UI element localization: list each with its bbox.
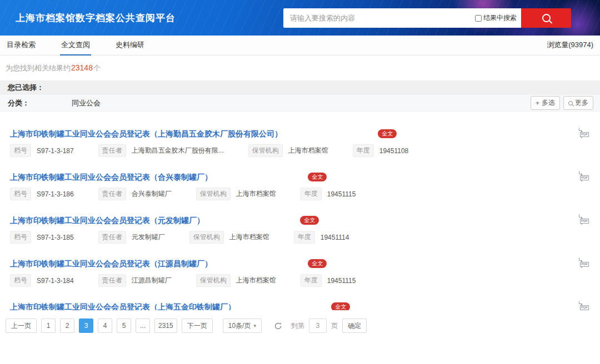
- category-value[interactable]: 同业公会: [72, 98, 101, 108]
- result-title-link[interactable]: 上海市印铁制罐工业同业公会会员登记表（合兴泰制罐厂）: [10, 173, 212, 181]
- result-item: 上海市印铁制罐工业同业公会会员登记表（上海勤昌五金胶木厂股份有限公司） 全文 P…: [10, 128, 600, 157]
- results-list: 上海市印铁制罐工业同业公会会员登记表（上海勤昌五金胶木厂股份有限公司） 全文 P…: [0, 128, 600, 310]
- archive-no-value: S97-1-3-186: [37, 190, 74, 198]
- custodian-value: 上海市档案馆: [229, 232, 269, 242]
- fulltext-badge: 全文: [378, 129, 397, 138]
- multi-select-button[interactable]: +多选: [531, 96, 560, 110]
- page-button-5[interactable]: 5: [117, 318, 131, 333]
- pdf-icon[interactable]: PDF: [581, 128, 582, 138]
- fulltext-badge: 全文: [308, 259, 327, 268]
- page-button-4[interactable]: 4: [98, 318, 112, 333]
- meta-label: 档号: [10, 144, 31, 157]
- summary-prefix: 为您找到相关结果约: [6, 64, 71, 72]
- pdf-label: PDF: [580, 219, 589, 224]
- category-filter-row: 分类： 同业公会 +多选 更多: [0, 95, 600, 112]
- pdf-icon[interactable]: PDF: [581, 258, 582, 268]
- refresh-icon[interactable]: [274, 322, 282, 330]
- meta-label: 档号: [10, 188, 31, 200]
- meta-label: 保管机构: [196, 274, 231, 287]
- page-size-value: 10条/页: [228, 321, 251, 331]
- meta-label: 年度: [301, 188, 322, 200]
- result-head: 上海市印铁制罐工业同业公会会员登记表（上海五金印铁制罐厂） 全文 PDF: [10, 301, 600, 310]
- archive-no-value: S97-1-3-185: [37, 234, 74, 241]
- meta-label: 档号: [10, 231, 31, 244]
- fulltext-badge: 全文: [300, 216, 319, 225]
- tab-fulltext-search[interactable]: 全文查阅: [60, 35, 91, 55]
- tab-historical-materials[interactable]: 史料编研: [114, 35, 146, 55]
- year-value: 19451114: [321, 234, 349, 241]
- tab-catalog-search[interactable]: 目录检索: [6, 35, 37, 55]
- search-box: 结果中搜索: [283, 8, 521, 28]
- result-item: 上海市印铁制罐工业同业公会会员登记表（江源昌制罐厂） 全文 PDF 档号S97-…: [10, 258, 600, 287]
- author-value: 元发制罐厂: [132, 232, 165, 242]
- result-title-link[interactable]: 上海市印铁制罐工业同业公会会员登记表（上海五金印铁制罐厂）: [10, 302, 236, 310]
- search-in-results-label: 结果中搜索: [483, 13, 517, 23]
- result-meta: 档号S97-1-3-185 责任者元发制罐厂 保管机构上海市档案馆 年度1945…: [10, 231, 600, 244]
- result-title-link[interactable]: 上海市印铁制罐工业同业公会会员登记表（上海勤昌五金胶木厂股份有限公司）: [10, 129, 282, 138]
- meta-label: 保管机构: [196, 188, 231, 200]
- chevron-down-icon: ▾: [253, 323, 256, 328]
- next-page-button[interactable]: 下一页: [182, 318, 213, 333]
- result-head: 上海市印铁制罐工业同业公会会员登记表（合兴泰制罐厂） 全文 PDF: [10, 171, 600, 183]
- result-meta: 档号S97-1-3-187 责任者上海勤昌五金胶木厂股份有限... 保管机构上海…: [10, 144, 600, 157]
- category-label: 分类：: [8, 98, 29, 108]
- pdf-label: PDF: [580, 305, 589, 310]
- author-value: 合兴泰制罐厂: [132, 189, 172, 199]
- result-title-link[interactable]: 上海市印铁制罐工业同业公会会员登记表（江源昌制罐厂）: [10, 259, 212, 268]
- search-in-results-checkbox[interactable]: [475, 15, 482, 22]
- page-size-select[interactable]: 10条/页 ▾: [223, 318, 262, 333]
- clipped-result-item: 上海市印铁制罐工业同业公会会员登记表（上海五金印铁制罐厂） 全文 PDF: [10, 301, 600, 310]
- goto-unit: 页: [331, 321, 338, 331]
- custodian-value: 上海市档案馆: [236, 189, 276, 199]
- meta-label: 保管机构: [189, 231, 224, 244]
- result-title-link[interactable]: 上海市印铁制罐工业同业公会会员登记表（元发制罐厂）: [10, 216, 204, 225]
- search-input[interactable]: [283, 14, 475, 22]
- site-title: 上海市档案馆数字档案公共查阅平台: [16, 12, 176, 24]
- year-value: 19451108: [379, 147, 409, 155]
- meta-label: 保管机构: [248, 144, 283, 157]
- pdf-icon[interactable]: PDF: [581, 215, 582, 225]
- meta-label: 责任者: [98, 144, 126, 157]
- pdf-icon[interactable]: PDF: [581, 171, 582, 181]
- author-value: 上海勤昌五金胶木厂股份有限...: [132, 146, 224, 155]
- fulltext-badge: 全文: [308, 173, 327, 181]
- page-button-2[interactable]: 2: [60, 318, 74, 333]
- fulltext-badge: 全文: [331, 302, 350, 310]
- result-item: 上海市印铁制罐工业同业公会会员登记表（元发制罐厂） 全文 PDF 档号S97-1…: [10, 215, 600, 244]
- meta-label: 责任者: [98, 274, 126, 287]
- author-value: 江源昌制罐厂: [132, 276, 172, 285]
- pdf-label: PDF: [580, 175, 589, 180]
- goto-confirm-button[interactable]: 确定: [342, 318, 367, 333]
- header: 上海市档案馆数字档案公共查阅平台 结果中搜索: [0, 0, 600, 36]
- archive-no-value: S97-1-3-187: [37, 147, 74, 155]
- search-in-results-option[interactable]: 结果中搜索: [475, 13, 517, 23]
- page-ellipsis[interactable]: ...: [136, 318, 150, 333]
- plus-icon: +: [536, 99, 539, 107]
- pdf-doc-shape: PDF: [581, 128, 582, 138]
- search-button[interactable]: [521, 8, 571, 28]
- goto-label: 到第: [291, 321, 304, 331]
- result-head: 上海市印铁制罐工业同业公会会员登记表（江源昌制罐厂） 全文 PDF: [10, 258, 600, 269]
- pdf-label: PDF: [580, 262, 589, 267]
- page-button-1[interactable]: 1: [41, 318, 56, 333]
- more-button[interactable]: 更多: [563, 96, 593, 110]
- results-summary: 为您找到相关结果约23148个: [0, 55, 600, 80]
- pdf-doc-shape: PDF: [581, 257, 582, 268]
- filter-section: 您已选择： 分类： 同业公会 +多选 更多: [0, 80, 600, 112]
- result-item: 上海市印铁制罐工业同业公会会员登记表（合兴泰制罐厂） 全文 PDF 档号S97-…: [10, 171, 600, 200]
- meta-label: 档号: [10, 274, 31, 287]
- filter-actions: +多选 更多: [531, 96, 593, 110]
- selected-filters-header: 您已选择：: [0, 80, 600, 95]
- prev-page-button[interactable]: 上一页: [6, 318, 37, 333]
- pdf-doc-shape: PDF: [581, 301, 582, 310]
- pdf-icon[interactable]: PDF: [581, 301, 582, 310]
- result-count: 23148: [71, 63, 93, 72]
- page-button-2315[interactable]: 2315: [154, 318, 177, 333]
- goto-page-input[interactable]: [309, 318, 327, 333]
- result-meta: 档号S97-1-3-184 责任者江源昌制罐厂 保管机构上海市档案馆 年度194…: [10, 274, 600, 287]
- summary-suffix: 个: [93, 64, 101, 72]
- page-button-3-active[interactable]: 3: [79, 318, 93, 333]
- more-label: 更多: [575, 98, 588, 108]
- custodian-value: 上海市档案馆: [288, 146, 328, 155]
- meta-label: 年度: [294, 231, 315, 244]
